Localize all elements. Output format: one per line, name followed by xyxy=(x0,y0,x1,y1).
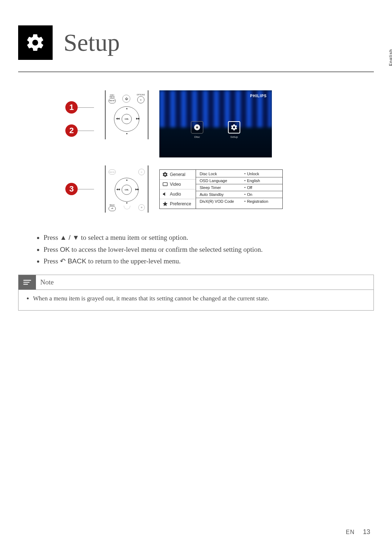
down-arrow-icon: ▼ xyxy=(126,132,128,135)
osd-tab-video-label: Video xyxy=(170,182,181,187)
ok-button-icon-2: OK xyxy=(122,185,132,195)
down-arrow-icon-2: ▼ xyxy=(126,202,128,204)
right-arrow-icon-2: ▶▶ xyxy=(135,188,139,191)
instr-text: to return to the upper-level menu. xyxy=(86,257,181,265)
dpad-2: OK ▲ ▼ ◀◀ ▶▶ xyxy=(113,176,141,204)
osd-tab-general: General xyxy=(160,170,196,180)
instr-text: Press xyxy=(44,257,60,265)
page-header: Setup xyxy=(18,25,374,60)
ok-label: OK xyxy=(60,246,70,253)
osd-tab-audio-label: Audio xyxy=(170,192,181,197)
right-arrow-icon: ▶▶ xyxy=(136,117,140,120)
osd-key: OSD Language xyxy=(200,178,244,183)
tv-icon-disc: Disc xyxy=(191,121,203,139)
osd-val: English xyxy=(244,178,279,183)
instr-text: to access the lower-level menu or confir… xyxy=(70,246,262,253)
instruction-item: Press OK to access the lower-level menu … xyxy=(44,245,374,255)
options-button-icon-2: ≡ xyxy=(138,169,145,175)
power-button-icon: ⏻ xyxy=(122,95,130,103)
osd-val: On xyxy=(244,192,279,197)
options-button-icon: ≡ xyxy=(137,96,144,103)
diagram-area: 1 2 DISCMENU MENU ⏻ OPTIONS xyxy=(65,90,327,213)
svg-point-1 xyxy=(196,126,198,128)
instruction-item: Press ↶ BACK to return to the upper-leve… xyxy=(44,256,374,267)
ok-button-icon: OK xyxy=(122,114,132,124)
osd-key: Disc Lock xyxy=(200,172,244,176)
osd-row: Disc LockUnlock xyxy=(196,171,282,177)
osd-tab-preference-label: Preference xyxy=(170,201,191,206)
osd-row: DivX(R) VOD CodeRegistration xyxy=(196,198,282,205)
header-divider xyxy=(18,71,374,72)
dpad: OK ▲ ▼ ◀◀ ▶▶ xyxy=(112,104,142,134)
instruction-item: Press ▲ / ▼ to select a menu item or set… xyxy=(44,233,374,243)
up-down-arrows-icon: ▲ / ▼ xyxy=(60,234,79,241)
menu-button-icon-2: MENU xyxy=(109,169,116,175)
remote-diagram-bottom: MENU ≡ OK ▲ ▼ ◀◀ ▶▶ BACK ↶ xyxy=(105,165,148,213)
back-label-text: BACK xyxy=(66,257,86,265)
remote-diagram-top: DISCMENU MENU ⏻ OPTIONS ≡ OK ▲ ▼ ◀◀ ▶▶ xyxy=(105,90,148,139)
osd-val: Off xyxy=(244,185,279,190)
note-body-text: When a menu item is grayed out, it means… xyxy=(33,295,366,302)
left-arrow-icon-2: ◀◀ xyxy=(116,188,120,191)
osd-val: Registration xyxy=(244,199,279,204)
osd-tab-general-label: General xyxy=(170,172,185,177)
page-footer: EN 13 xyxy=(346,528,370,536)
note-icon xyxy=(19,275,36,290)
osd-row: Auto StandbyOn xyxy=(196,191,282,198)
note-box: Note When a menu item is grayed out, it … xyxy=(18,275,374,311)
osd-row: Sleep TimerOff xyxy=(196,184,282,191)
tv-brand-label: PHILIPS xyxy=(250,94,267,98)
tv-icon-setup-label: Setup xyxy=(230,135,238,139)
tv-icon-setup: Setup xyxy=(228,121,240,139)
step-badge-3: 3 xyxy=(65,183,78,195)
back-arrow-icon: ↶ xyxy=(60,256,66,267)
osd-val: Unlock xyxy=(244,172,279,176)
disc-menu-label: DISCMENU xyxy=(110,94,115,98)
step-badge-1: 1 xyxy=(65,101,78,114)
osd-menu: General Video Audio Preference xyxy=(159,169,283,209)
settings-icon xyxy=(18,25,53,60)
options-label: OPTIONS xyxy=(136,94,145,96)
svg-rect-2 xyxy=(163,182,167,186)
instructions-list: Press ▲ / ▼ to select a menu item or set… xyxy=(18,233,374,267)
osd-key: DivX(R) VOD Code xyxy=(200,199,244,204)
instr-text: Press xyxy=(44,246,60,253)
left-arrow-icon: ◀◀ xyxy=(116,117,119,120)
tv-screen-home: PHILIPS Disc Setup xyxy=(159,90,272,157)
back-button-icon: ↶ xyxy=(109,206,116,211)
stop-button-icon: ■ xyxy=(138,204,145,211)
up-arrow-icon: ▲ xyxy=(126,107,128,110)
note-title: Note xyxy=(40,276,54,288)
back-label: BACK xyxy=(110,204,115,206)
osd-settings-list: Disc LockUnlock OSD LanguageEnglish Slee… xyxy=(196,170,282,209)
step-badge-2: 2 xyxy=(65,124,78,137)
osd-tab-video: Video xyxy=(160,180,196,189)
footer-page-number: 13 xyxy=(363,528,370,535)
osd-key: Sleep Timer xyxy=(200,185,244,190)
osd-tab-audio: Audio xyxy=(160,189,196,199)
osd-tab-preference: Preference xyxy=(160,199,196,209)
up-arrow-icon-2: ▲ xyxy=(126,178,128,181)
osd-tabs: General Video Audio Preference xyxy=(160,170,196,209)
language-tab: English xyxy=(388,49,392,66)
footer-lang: EN xyxy=(346,529,355,535)
osd-row: OSD LanguageEnglish xyxy=(196,177,282,184)
tv-icon-disc-label: Disc xyxy=(194,135,200,139)
menu-button-icon: MENU xyxy=(109,98,116,103)
page-title: Setup xyxy=(64,28,120,57)
instr-text: Press xyxy=(44,234,60,241)
osd-key: Auto Standby xyxy=(200,192,244,197)
instr-text: to select a menu item or setting option. xyxy=(79,234,188,241)
